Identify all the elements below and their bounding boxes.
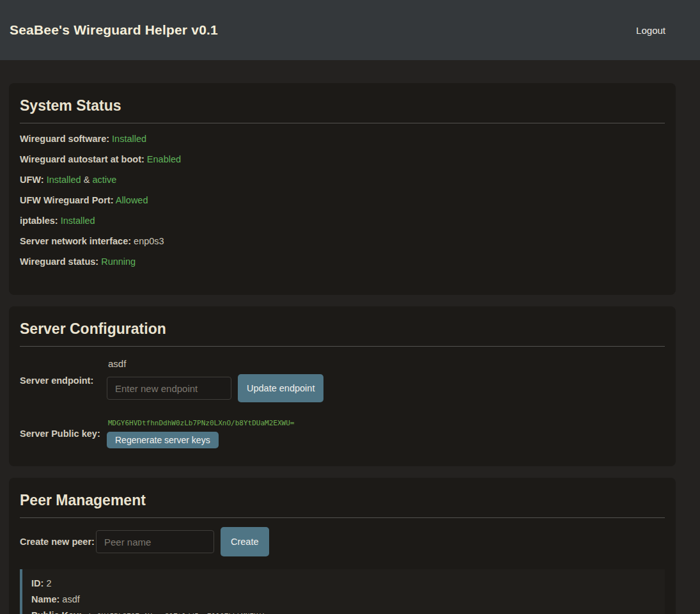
status-label: Wireguard status: xyxy=(20,256,98,267)
status-line: UFW Wireguard Port: Allowed xyxy=(20,195,665,205)
server-config-card: Server Configuration Server endpoint: as… xyxy=(9,306,676,466)
create-peer-label: Create new peer: xyxy=(20,537,96,547)
server-public-key-content: MDGY6HVDtfhnDdhW0zLb7PNz0LXnO/b8YtDUaM2E… xyxy=(107,419,294,448)
status-label: Wireguard autostart at boot: xyxy=(20,154,144,164)
status-label: UFW Wireguard Port: xyxy=(20,195,113,205)
server-config-title: Server Configuration xyxy=(20,320,665,338)
server-endpoint-controls: Update endpoint xyxy=(107,374,323,402)
status-value: Allowed xyxy=(116,195,148,205)
status-line: iptables: Installed xyxy=(20,216,665,226)
section-divider xyxy=(20,517,665,518)
create-peer-button[interactable]: Create xyxy=(221,527,269,556)
update-endpoint-button[interactable]: Update endpoint xyxy=(238,374,323,402)
status-label: UFW: xyxy=(20,175,44,185)
system-status-card: System Status Wireguard software: Instal… xyxy=(9,83,676,295)
peer-list: ID: 2Name: asdfPublic Key: ckyOHj5Bk8707… xyxy=(20,569,665,614)
peer-name: asdf xyxy=(62,594,79,604)
main-content: System Status Wireguard software: Instal… xyxy=(9,83,676,614)
status-line: Wireguard autostart at boot: Enabled xyxy=(20,154,665,164)
peer-id-row: ID: 2 xyxy=(31,578,653,588)
peer-name-row: Name: asdf xyxy=(31,594,653,604)
system-status-title: System Status xyxy=(20,97,665,114)
server-endpoint-row: Server endpoint: asdf Update endpoint xyxy=(20,358,665,402)
status-line: Wireguard status: Running xyxy=(20,256,665,267)
status-label: Wireguard software: xyxy=(20,134,109,144)
status-label: Server network interface: xyxy=(20,236,131,246)
section-divider xyxy=(20,123,665,123)
app-title: SeaBee's Wireguard Helper v0.1 xyxy=(10,22,218,38)
logout-button[interactable]: Logout xyxy=(632,24,669,36)
app-header: SeaBee's Wireguard Helper v0.1 Logout xyxy=(0,0,700,60)
status-line: UFW: Installed & active xyxy=(20,175,665,185)
peer-entry: ID: 2Name: asdfPublic Key: ckyOHj5Bk8707… xyxy=(20,569,665,614)
regenerate-keys-button[interactable]: Regenerate server keys xyxy=(107,432,219,448)
peer-id-label: ID: xyxy=(31,578,43,588)
server-public-key-row: Server Public key: MDGY6HVDtfhnDdhW0zLb7… xyxy=(20,419,665,448)
peer-management-card: Peer Management Create new peer: Create … xyxy=(9,478,676,614)
create-peer-row: Create new peer: Create xyxy=(20,527,665,556)
status-line: Wireguard software: Installed xyxy=(20,134,665,144)
peer-id: 2 xyxy=(46,578,51,588)
status-value: enp0s3 xyxy=(134,236,164,246)
status-line: Server network interface: enp0s3 xyxy=(20,236,665,246)
status-label: iptables: xyxy=(20,216,58,226)
peer-management-title: Peer Management xyxy=(20,492,665,509)
peer-name-label: Name: xyxy=(31,594,59,604)
server-endpoint-current-value: asdf xyxy=(108,358,323,369)
endpoint-input[interactable] xyxy=(107,377,231,400)
status-value: Running xyxy=(101,256,136,267)
status-value: active xyxy=(92,175,116,185)
server-public-key-label: Server Public key: xyxy=(20,429,107,439)
status-value: Installed xyxy=(61,216,95,226)
section-divider xyxy=(20,346,665,347)
status-value: Enabled xyxy=(147,154,181,164)
server-endpoint-content: asdf Update endpoint xyxy=(107,358,323,402)
peer-public-key-label: Public Key: xyxy=(31,610,82,614)
status-value: Installed xyxy=(47,175,81,185)
status-value: & xyxy=(81,175,93,185)
server-public-key-value: MDGY6HVDtfhnDdhW0zLb7PNz0LXnO/b8YtDUaM2E… xyxy=(108,419,294,427)
status-list: Wireguard software: InstalledWireguard a… xyxy=(20,134,665,267)
server-endpoint-label: Server endpoint: xyxy=(20,375,107,386)
peer-name-input[interactable] xyxy=(96,530,214,553)
peer-public-key-row: Public Key: ckyOHj5Bk8707gAYmcn81Zt1//5y… xyxy=(31,610,653,614)
status-value: Installed xyxy=(112,134,146,144)
